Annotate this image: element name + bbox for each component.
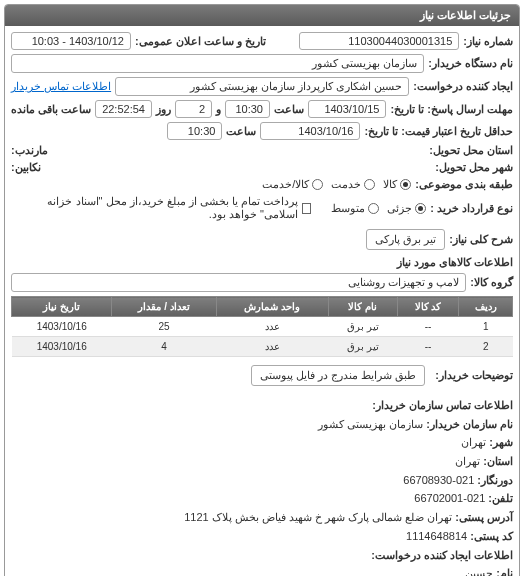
table-row: 2--تیر برقعدد41403/10/16 [12, 337, 513, 357]
table-cell: 25 [112, 317, 216, 337]
province-v: تهران [455, 455, 480, 467]
time-label-1: ساعت [274, 103, 304, 116]
fname-v: حسین [465, 567, 493, 576]
items-table: ردیفکد کالانام کالاواحد شمارشتعداد / مقد… [11, 296, 513, 357]
postal-addr-l: آدرس پستی: [455, 511, 513, 523]
fname-l: نام: [496, 567, 513, 576]
postal-code-l: کد پستی: [470, 530, 513, 542]
table-cell: 2 [459, 337, 513, 357]
buyer-contact-link[interactable]: اطلاعات تماس خریدار [11, 80, 111, 93]
radio-goods[interactable]: کالا [383, 178, 411, 191]
city-v: تهران [461, 436, 486, 448]
fax-v: 021-66708930 [403, 474, 474, 486]
table-cell: 1403/10/16 [12, 317, 112, 337]
buyer-notes-value: طبق شرایط مندرج در فایل پیوستی [251, 365, 425, 386]
payment-note: پرداخت تمام یا بخشی از مبلغ خرید،از محل … [11, 195, 298, 221]
org-name-l: نام سازمان خریدار: [426, 418, 513, 430]
radio-medium[interactable]: متوسط [331, 202, 379, 215]
table-header: واحد شمارش [216, 297, 328, 317]
table-cell: -- [397, 317, 459, 337]
day-label: روز [156, 103, 171, 116]
table-cell: تیر برق [328, 317, 397, 337]
valid-time-value: 10:30 [167, 122, 222, 140]
and-label: و [216, 103, 221, 116]
panel-header: جزئیات اطلاعات نیاز [5, 5, 519, 26]
table-header: ردیف [459, 297, 513, 317]
fax-l: دورنگار: [477, 474, 513, 486]
table-header: تعداد / مقدار [112, 297, 216, 317]
table-header: کد کالا [397, 297, 459, 317]
radio-icon [400, 179, 411, 190]
requester-label: ایجاد کننده درخواست: [413, 80, 513, 93]
need-no-value: 11030044030001315 [299, 32, 459, 50]
table-cell: 1403/10/16 [12, 337, 112, 357]
table-row: 1--تیر برقعدد251403/10/16 [12, 317, 513, 337]
cabin-label: نکابین: [11, 161, 41, 174]
radio-partial[interactable]: جزئی [387, 202, 426, 215]
response-deadline-label: مهلت ارسال پاسخ: تا تاریخ: [390, 103, 513, 116]
city-l: شهر: [489, 436, 513, 448]
radio-gs-label: کالا/خدمت [262, 178, 309, 191]
buyer-org-label: نام دستگاه خریدار: [428, 57, 513, 70]
province-l: استان: [483, 455, 513, 467]
time-label-2: ساعت [226, 125, 256, 138]
table-cell: 1 [459, 317, 513, 337]
table-cell: -- [397, 337, 459, 357]
table-cell: عدد [216, 337, 328, 357]
table-header: تاریخ نیاز [12, 297, 112, 317]
contact-header: اطلاعات تماس سازمان خریدار: [11, 396, 513, 415]
table-header: نام کالا [328, 297, 397, 317]
table-cell: تیر برق [328, 337, 397, 357]
postal-code-v: 1114648814 [406, 530, 467, 542]
postal-addr-v: تهران ضلع شمالی پارک شهر خ شهید فیاض بخش… [184, 511, 452, 523]
requester-value: حسین اشکاری کارپرداز سازمان بهزیستی کشور [115, 77, 409, 96]
radio-medium-label: متوسط [331, 202, 365, 215]
marandeb-label: مارندب: [11, 144, 48, 157]
supply-province-label: استان محل تحویل: [429, 144, 513, 157]
buyer-notes-label: توضیحات خریدار: [435, 369, 513, 382]
treasury-checkbox[interactable] [302, 203, 312, 214]
contact-section: اطلاعات تماس سازمان خریدار: نام سازمان خ… [11, 396, 513, 576]
supply-city-label: شهر محل تحویل: [435, 161, 513, 174]
radio-icon [368, 203, 379, 214]
radio-service-label: خدمت [331, 178, 361, 191]
need-title-value: تیر برق پارکی [366, 229, 445, 250]
items-info-title: اطلاعات کالاهای مورد نیاز [11, 256, 513, 269]
buyer-org-value: سازمان بهزیستی کشور [11, 54, 424, 73]
resp-remain-value: 22:52:54 [95, 100, 152, 118]
radio-icon [415, 203, 426, 214]
panel-body: شماره نیاز: 11030044030001315 تاریخ و سا… [5, 26, 519, 576]
subject-class-label: طبقه بندی موضوعی: [415, 178, 513, 191]
org-name-v: سازمان بهزیستی کشور [318, 418, 423, 430]
need-no-label: شماره نیاز: [463, 35, 513, 48]
resp-time-value: 10:30 [225, 100, 270, 118]
need-title-label: شرح کلی نیاز: [449, 233, 513, 246]
subject-class-radios: کالا خدمت کالا/خدمت [262, 178, 411, 191]
radio-icon [312, 179, 323, 190]
requester-header: اطلاعات ایجاد کننده درخواست: [11, 546, 513, 565]
details-panel: جزئیات اطلاعات نیاز شماره نیاز: 11030044… [4, 4, 520, 576]
radio-goods-service[interactable]: کالا/خدمت [262, 178, 323, 191]
announce-time-label: تاریخ و ساعت اعلان عمومی: [135, 35, 266, 48]
phone-l: تلفن: [488, 492, 513, 504]
radio-icon [364, 179, 375, 190]
radio-service[interactable]: خدمت [331, 178, 375, 191]
resp-date-value: 1403/10/15 [308, 100, 386, 118]
radio-partial-label: جزئی [387, 202, 412, 215]
resp-days-value: 2 [175, 100, 212, 118]
phone-v: 021-66702001 [414, 492, 485, 504]
valid-date-value: 1403/10/16 [260, 122, 360, 140]
purchase-type-radios: جزئی متوسط [331, 202, 426, 215]
table-cell: عدد [216, 317, 328, 337]
announce-time-value: 1403/10/12 - 10:03 [11, 32, 131, 50]
validity-label: حداقل تاریخ اعتبار قیمت: تا تاریخ: [364, 125, 513, 138]
remaining-label: ساعت باقی مانده [11, 103, 91, 116]
group-label: گروه کالا: [470, 276, 513, 289]
purchase-type-label: نوع قرارداد خرید : [430, 202, 513, 215]
group-value: لامپ و تجهیزات روشنایی [11, 273, 466, 292]
radio-goods-label: کالا [383, 178, 397, 191]
table-cell: 4 [112, 337, 216, 357]
